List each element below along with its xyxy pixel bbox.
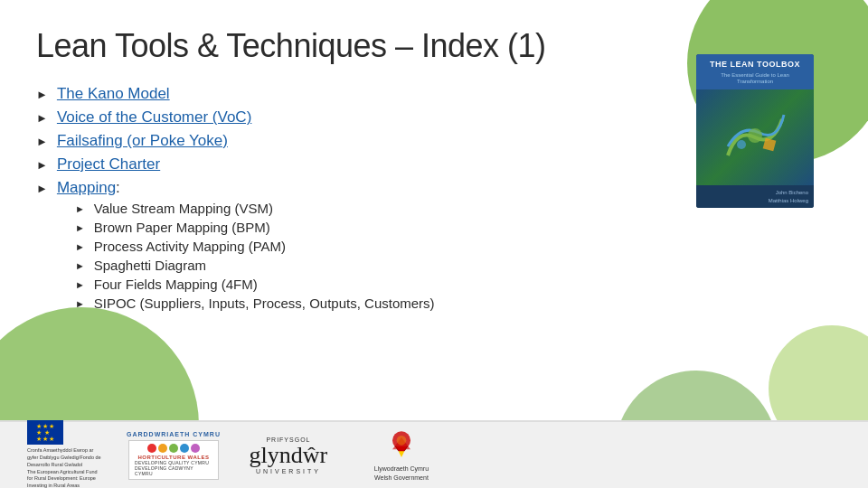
kano-link[interactable]: The Kano Model [57, 85, 170, 103]
sub-bullet-icon: ► [75, 279, 85, 290]
eu-logo-section: ★★★★ ★★★★ Cronfa Amaethyddol Ewrop ar gy… [27, 420, 108, 488]
svg-point-1 [737, 140, 746, 149]
footer: ★★★★ ★★★★ Cronfa Amaethyddol Ewrop ar gy… [0, 420, 868, 488]
slide: THE LEAN TOOLBOX The Essential Guide to … [0, 0, 868, 488]
bullet-icon: ► [36, 158, 48, 172]
eu-footer-text: Cronfa Amaethyddol Ewrop ar gyfer Datbly… [27, 447, 104, 488]
bullet-icon: ► [36, 135, 48, 148]
flower-circle-red [147, 444, 156, 453]
sub-list-item: ► Process Activity Mapping (PAM) [57, 239, 435, 254]
sub-list-item: ► Value Stream Mapping (VSM) [57, 201, 435, 216]
sub-list-item: ► Brown Paper Mapping (BPM) [57, 220, 435, 235]
book-title: THE LEAN TOOLBOX [703, 60, 807, 70]
flower-circle-purple [191, 444, 200, 453]
sub-bullet-icon: ► [75, 222, 85, 233]
vsm-text: Value Stream Mapping (VSM) [94, 201, 273, 216]
sub-bullet-icon: ► [75, 298, 85, 309]
voc-link[interactable]: Voice of the Customer (VoC) [57, 108, 251, 127]
mapping-link[interactable]: Mapping [57, 179, 116, 197]
spaghetti-text: Spaghetti Diagram [94, 258, 206, 273]
welsh-gov-text2: Welsh Government [374, 474, 429, 482]
book-cover: THE LEAN TOOLBOX The Essential Guide to … [696, 54, 814, 208]
glyndwr-logo-section: PRIFYSGOL glyndŵr UNIVERSITY [239, 436, 338, 474]
hort-subtext: DEVELOPING QUALITY CYMRU DEVELOPING CADW… [135, 460, 212, 476]
garddo-title: GARDDWRIAETH CYMRU [127, 431, 221, 437]
failsafe-link[interactable]: Failsafing (or Poke Yoke) [57, 132, 228, 150]
pam-text: Process Activity Mapping (PAM) [94, 239, 286, 254]
charter-link[interactable]: Project Charter [57, 155, 160, 174]
welsh-dragon-icon [383, 428, 420, 465]
bullet-icon: ► [36, 182, 48, 195]
sub-bullet-icon: ► [75, 260, 85, 271]
sub-list-item: ► Four Fields Mapping (4FM) [57, 277, 435, 292]
sipoc-text: SIPOC (Suppliers, Inputs, Process, Outpu… [94, 296, 435, 311]
university-label: UNIVERSITY [256, 468, 321, 474]
flower-circle-blue [180, 444, 189, 453]
book-subtitle: The Essential Guide to Lean Transformati… [703, 72, 807, 87]
mapping-colon: : [116, 179, 120, 197]
glyndwr-name: glyndŵr [250, 444, 328, 467]
sub-list: ► Value Stream Mapping (VSM) ► Brown Pap… [57, 201, 435, 314]
bpm-text: Brown Paper Mapping (BPM) [94, 220, 270, 235]
book-author: John Bicheno Matthias Holweg [696, 185, 814, 208]
svg-point-0 [748, 128, 762, 143]
svg-point-5 [397, 436, 407, 446]
eu-stars: ★★★★ ★★★★ [36, 423, 55, 442]
sub-bullet-icon: ► [75, 241, 85, 252]
glyndwr-text: glyndŵr [250, 442, 328, 468]
mapping-header: Mapping: [57, 179, 435, 197]
book-top-strip: THE LEAN TOOLBOX The Essential Guide to … [696, 54, 814, 89]
bullet-icon: ► [36, 88, 48, 101]
eu-flag: ★★★★ ★★★★ [27, 420, 63, 445]
bullet-icon: ► [36, 111, 48, 125]
book-illustration [719, 101, 791, 174]
welsh-gov-section: Llywodraeth Cymru Welsh Government [356, 428, 447, 481]
flower-circle-green [169, 444, 178, 453]
sub-list-item: ► SIPOC (Suppliers, Inputs, Process, Out… [57, 296, 435, 311]
horticulture-logo-section: GARDDWRIAETH CYMRU HORTICULTURE WALES DE… [127, 431, 221, 480]
4fm-text: Four Fields Mapping (4FM) [94, 277, 258, 292]
book-graphic [696, 89, 814, 185]
welsh-gov-text1: Llywodraeth Cymru [374, 465, 429, 473]
horticulture-logo: HORTICULTURE WALES DEVELOPING QUALITY CY… [128, 440, 219, 480]
hort-flower [147, 444, 200, 453]
book-author2: Matthias Holweg [702, 197, 808, 204]
flower-circle-orange [158, 444, 167, 453]
sub-bullet-icon: ► [75, 203, 85, 214]
mapping-container: Mapping: ► Value Stream Mapping (VSM) ► … [57, 179, 435, 314]
book-author1: John Bicheno [702, 189, 808, 196]
sub-list-item: ► Spaghetti Diagram [57, 258, 435, 273]
